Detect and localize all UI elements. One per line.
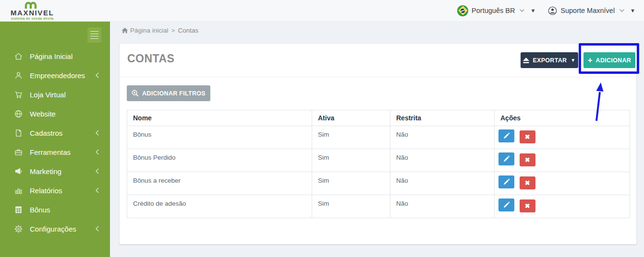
export-button[interactable]: EXPORTAR ▼ bbox=[521, 52, 578, 68]
brazil-flag-icon bbox=[457, 5, 468, 16]
table-row: Crédito de adesão Sim Não ✖ bbox=[127, 195, 630, 218]
sidebar-item-cadastros[interactable]: Cadastros bbox=[0, 123, 110, 142]
calculator-icon bbox=[13, 205, 23, 214]
brand-name: MAXNIVEL bbox=[11, 9, 54, 16]
chevron-left-icon bbox=[95, 168, 99, 175]
sidebar-item-marketing[interactable]: Marketing bbox=[0, 162, 110, 181]
sidebar-item-label: Configurações bbox=[30, 225, 95, 233]
table-row: Bônus a receber Sim Não ✖ bbox=[127, 172, 630, 195]
home-icon bbox=[13, 51, 23, 61]
file-icon bbox=[13, 128, 23, 138]
cell-nome: Bônus a receber bbox=[127, 172, 312, 195]
brand-m-icon bbox=[24, 1, 40, 9]
add-label: ADICIONAR bbox=[596, 57, 632, 64]
add-filters-button[interactable]: ADICIONAR FILTROS bbox=[127, 85, 210, 101]
edit-button[interactable] bbox=[498, 175, 514, 188]
breadcrumb-current: Contas bbox=[178, 27, 198, 34]
plus-icon: + bbox=[588, 57, 593, 64]
brand-logo[interactable]: MAXNIVEL sistema de venda direta bbox=[11, 1, 54, 20]
sidebar-item-configuracoes[interactable]: Configurações bbox=[0, 219, 110, 238]
cell-ativa: Sim bbox=[312, 195, 390, 218]
add-button[interactable]: + ADICIONAR bbox=[583, 52, 635, 68]
sidebar: Página Inicial Empreendedores Loja Virtu… bbox=[0, 22, 110, 257]
sidebar-item-label: Relatórios bbox=[30, 187, 95, 195]
pencil-icon bbox=[503, 156, 510, 162]
sidebar-item-pagina-inicial[interactable]: Página Inicial bbox=[0, 47, 110, 66]
eject-icon bbox=[523, 58, 529, 63]
x-icon: ✖ bbox=[525, 133, 530, 140]
language-menu[interactable]: Português BR ▼ bbox=[457, 5, 535, 16]
cell-actions: ✖ bbox=[495, 149, 630, 172]
breadcrumb-home-label: Página inicial bbox=[130, 27, 169, 34]
cell-restrita: Não bbox=[390, 126, 495, 149]
chevron-left-icon bbox=[95, 149, 99, 155]
sidebar-item-label: Bônus bbox=[30, 206, 99, 214]
delete-button[interactable]: ✖ bbox=[520, 176, 535, 189]
sidebar-item-label: Loja Virtual bbox=[30, 91, 99, 99]
globe-icon bbox=[13, 109, 23, 118]
cell-ativa: Sim bbox=[312, 126, 390, 149]
delete-button[interactable]: ✖ bbox=[520, 130, 535, 143]
main-content: Página inicial > Contas CONTAS EXPORTAR … bbox=[110, 22, 644, 257]
brand-tagline: sistema de venda direta bbox=[11, 17, 54, 20]
sidebar-item-label: Empreendedores bbox=[30, 71, 95, 80]
sidebar-item-label: Página Inicial bbox=[30, 52, 99, 60]
chevron-left-icon bbox=[95, 225, 99, 232]
sidebar-nav: Página Inicial Empreendedores Loja Virtu… bbox=[0, 47, 110, 238]
chevron-down-icon bbox=[619, 9, 625, 12]
content-card: CONTAS EXPORTAR ▼ + ADICIONAR ADICIONAR … bbox=[119, 43, 637, 245]
cell-ativa: Sim bbox=[312, 172, 390, 195]
cell-nome: Bônus bbox=[127, 126, 312, 149]
user-menu[interactable]: Suporte Maxnível ▼ bbox=[548, 6, 635, 15]
sidebar-item-relatorios[interactable]: Relatórios bbox=[0, 181, 110, 200]
topbar: MAXNIVEL sistema de venda direta Portugu… bbox=[0, 0, 644, 22]
chevron-down-icon bbox=[519, 9, 525, 12]
export-label: EXPORTAR bbox=[533, 57, 567, 64]
column-header-nome: Nome bbox=[127, 110, 312, 126]
edit-button[interactable] bbox=[498, 129, 514, 142]
sidebar-toggle-button[interactable] bbox=[87, 27, 101, 43]
sidebar-item-label: Website bbox=[30, 110, 99, 118]
delete-button[interactable]: ✖ bbox=[520, 199, 535, 212]
sidebar-item-website[interactable]: Website bbox=[0, 104, 110, 123]
add-filters-label: ADICIONAR FILTROS bbox=[142, 90, 206, 97]
zoom-in-icon bbox=[132, 90, 139, 97]
sidebar-item-bonus[interactable]: Bônus bbox=[0, 200, 110, 219]
sidebar-item-empreendedores[interactable]: Empreendedores bbox=[0, 66, 110, 85]
cell-actions: ✖ bbox=[495, 195, 630, 218]
breadcrumb-home-link[interactable]: Página inicial bbox=[122, 27, 169, 34]
delete-button[interactable]: ✖ bbox=[520, 153, 535, 166]
pencil-icon bbox=[503, 179, 510, 185]
cell-nome: Crédito de adesão bbox=[127, 195, 312, 218]
sidebar-item-label: Cadastros bbox=[30, 129, 95, 137]
table-header-row: Nome Ativa Restrita Ações bbox=[127, 110, 630, 126]
megaphone-icon bbox=[13, 166, 23, 176]
chevron-left-icon bbox=[95, 187, 99, 194]
cell-restrita: Não bbox=[390, 195, 495, 218]
user-icon bbox=[13, 70, 23, 80]
breadcrumb: Página inicial > Contas bbox=[122, 27, 198, 34]
edit-button[interactable] bbox=[498, 199, 514, 211]
x-icon: ✖ bbox=[525, 179, 530, 187]
cart-icon bbox=[13, 90, 23, 99]
toolbox-icon bbox=[13, 147, 23, 157]
topbar-right: Português BR ▼ Suporte Maxnível ▼ bbox=[457, 5, 635, 16]
cell-restrita: Não bbox=[390, 149, 495, 172]
user-avatar-icon bbox=[548, 6, 557, 15]
cell-nome: Bônus Perdido bbox=[127, 149, 312, 172]
chevron-left-icon bbox=[95, 72, 99, 79]
sidebar-item-loja-virtual[interactable]: Loja Virtual bbox=[0, 85, 110, 104]
x-icon: ✖ bbox=[525, 202, 530, 210]
column-header-acoes: Ações bbox=[495, 110, 630, 126]
caret-down-icon: ▼ bbox=[630, 8, 635, 13]
cell-actions: ✖ bbox=[495, 172, 630, 195]
caret-down-icon: ▼ bbox=[571, 58, 575, 63]
chevron-left-icon bbox=[95, 129, 99, 136]
sidebar-item-label: Marketing bbox=[30, 167, 95, 175]
column-header-ativa: Ativa bbox=[312, 110, 390, 126]
breadcrumb-separator: > bbox=[171, 27, 175, 34]
x-icon: ✖ bbox=[525, 156, 530, 164]
language-label: Português BR bbox=[472, 7, 515, 14]
sidebar-item-ferramentas[interactable]: Ferramentas bbox=[0, 142, 110, 162]
edit-button[interactable] bbox=[498, 152, 514, 165]
